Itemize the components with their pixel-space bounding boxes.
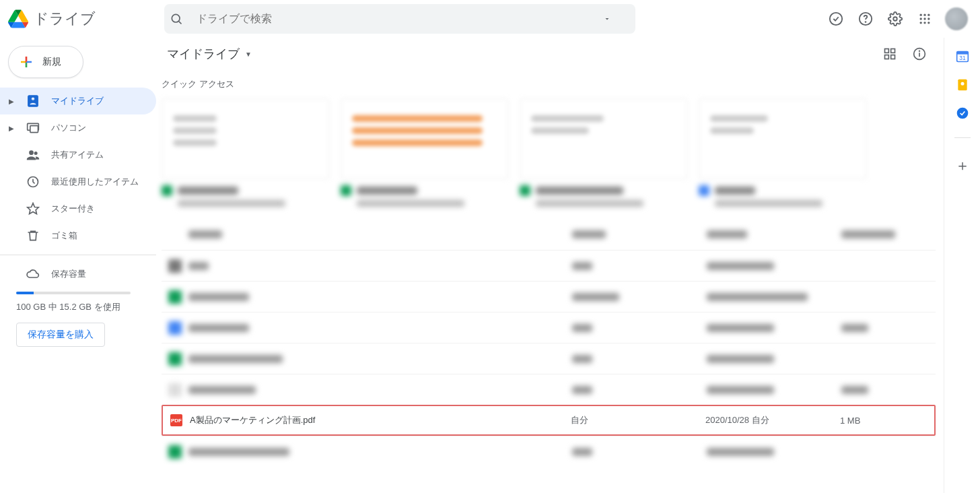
nav-computers[interactable]: ▶ パソコン — [0, 114, 156, 141]
svg-point-2 — [830, 13, 842, 25]
nav-label: パソコン — [51, 122, 86, 134]
quick-access-card[interactable] — [162, 98, 330, 207]
file-row[interactable] — [162, 343, 936, 374]
nav-label: 最近使用したアイテム — [51, 176, 139, 188]
file-row[interactable] — [162, 281, 936, 312]
chevron-right-icon: ▶ — [8, 98, 15, 105]
drive-logo-icon — [8, 9, 28, 29]
nav-label: マイドライブ — [51, 95, 104, 107]
nav-recent[interactable]: 最近使用したアイテム — [0, 168, 156, 195]
header-actions — [823, 5, 975, 32]
file-row[interactable] — [162, 250, 936, 281]
search-bar[interactable] — [164, 4, 635, 34]
main-area: マイドライブ ▼ クイック アクセス — [156, 38, 944, 493]
svg-point-12 — [920, 22, 922, 24]
file-row[interactable] — [162, 312, 936, 343]
storage-block: 100 GB 中 15.2 GB を使用 保存容量を購入 — [0, 292, 156, 347]
file-modified: 2020/10/28 自分 — [705, 414, 840, 426]
calendar-app-icon[interactable]: 31 — [956, 50, 969, 63]
svg-point-6 — [920, 14, 922, 16]
shared-icon — [26, 148, 40, 162]
nav-label: ゴミ箱 — [51, 230, 77, 242]
svg-rect-23 — [885, 55, 889, 59]
logo-area[interactable]: ドライブ — [8, 9, 164, 29]
add-app-icon[interactable]: ＋ — [955, 156, 970, 176]
apps-grid-icon[interactable] — [911, 5, 938, 32]
plus-icon — [18, 54, 34, 70]
side-panel: 31 ＋ — [944, 38, 980, 493]
svg-point-32 — [960, 82, 964, 86]
svg-point-0 — [172, 14, 180, 22]
nav-storage[interactable]: 保存容量 — [0, 261, 156, 288]
computers-icon — [26, 121, 40, 135]
my-drive-icon — [26, 94, 40, 108]
file-row[interactable] — [162, 436, 936, 467]
svg-point-4 — [866, 22, 866, 22]
offline-ready-icon[interactable] — [823, 5, 849, 32]
main-toolbar: マイドライブ ▼ — [156, 38, 941, 70]
svg-point-11 — [928, 18, 930, 20]
file-list-header — [162, 219, 936, 250]
file-row-highlighted[interactable]: PDF A製品のマーケティング計画.pdf 自分 2020/10/28 自分 1… — [162, 405, 936, 436]
star-icon — [26, 202, 40, 216]
svg-point-17 — [29, 150, 34, 155]
svg-point-13 — [923, 22, 925, 24]
search-dropdown-icon[interactable] — [603, 15, 630, 23]
svg-point-18 — [34, 152, 38, 155]
svg-point-14 — [928, 22, 930, 24]
nav-label: 保存容量 — [51, 268, 86, 280]
breadcrumb-label: マイドライブ — [167, 46, 240, 62]
svg-rect-21 — [885, 49, 889, 53]
nav-label: 共有アイテム — [51, 149, 104, 161]
settings-gear-icon[interactable] — [882, 5, 909, 32]
svg-point-27 — [919, 51, 920, 51]
search-icon[interactable] — [170, 12, 197, 26]
svg-point-7 — [923, 14, 925, 16]
pdf-icon: PDF — [170, 414, 182, 426]
search-input[interactable] — [197, 13, 603, 25]
chevron-down-icon: ▼ — [245, 51, 252, 58]
svg-text:31: 31 — [959, 55, 966, 61]
account-avatar[interactable] — [945, 7, 968, 30]
svg-marker-20 — [28, 203, 39, 214]
file-row[interactable] — [162, 374, 936, 405]
svg-point-8 — [928, 14, 930, 16]
nav-starred[interactable]: スター付き — [0, 195, 156, 222]
quick-access-row — [156, 96, 941, 219]
svg-point-9 — [920, 18, 922, 20]
keep-app-icon[interactable] — [956, 78, 969, 92]
breadcrumb[interactable]: マイドライブ ▼ — [162, 43, 257, 65]
svg-rect-24 — [891, 55, 895, 59]
quick-access-card[interactable] — [699, 98, 867, 207]
help-icon[interactable] — [852, 5, 879, 32]
tasks-app-icon[interactable] — [956, 106, 969, 120]
nav-shared[interactable]: 共有アイテム — [0, 141, 156, 168]
file-list: PDF A製品のマーケティング計画.pdf 自分 2020/10/28 自分 1… — [156, 219, 941, 467]
svg-rect-22 — [891, 49, 895, 53]
sidebar: 新規 ▶ マイドライブ ▶ パソコン 共有アイテム 最近使用したアイテム スター… — [0, 38, 156, 493]
buy-storage-button[interactable]: 保存容量を購入 — [16, 323, 105, 347]
cloud-icon — [26, 267, 40, 281]
new-button-label: 新規 — [42, 56, 61, 68]
quick-access-title: クイック アクセス — [156, 70, 941, 96]
view-grid-icon[interactable] — [876, 40, 903, 67]
svg-line-1 — [179, 22, 182, 24]
file-owner: 自分 — [571, 414, 705, 426]
svg-point-33 — [956, 108, 968, 119]
chevron-right-icon: ▶ — [8, 125, 15, 132]
info-icon[interactable] — [906, 40, 933, 67]
storage-bar — [16, 292, 131, 294]
quick-access-card[interactable] — [520, 98, 688, 207]
quick-access-card[interactable] — [341, 98, 509, 207]
product-name: ドライブ — [34, 9, 96, 29]
nav-trash[interactable]: ゴミ箱 — [0, 222, 156, 249]
svg-point-10 — [923, 18, 925, 20]
svg-rect-16 — [30, 126, 38, 133]
nav-label: スター付き — [51, 203, 95, 215]
svg-point-5 — [893, 17, 897, 21]
new-button[interactable]: 新規 — [8, 46, 83, 78]
clock-icon — [26, 175, 40, 189]
storage-text: 100 GB 中 15.2 GB を使用 — [16, 301, 145, 313]
nav-my-drive[interactable]: ▶ マイドライブ — [0, 88, 156, 114]
file-name: A製品のマーケティング計画.pdf — [190, 414, 571, 426]
